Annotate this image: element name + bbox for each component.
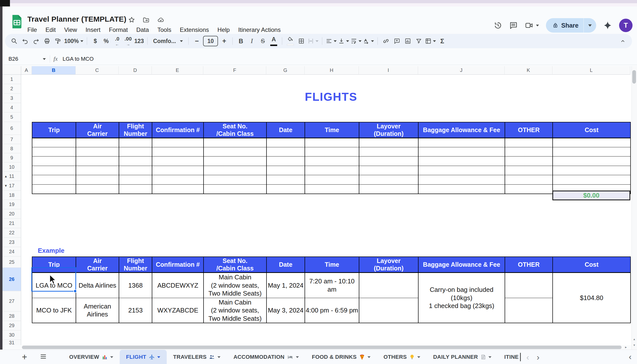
cell[interactable]	[505, 166, 553, 175]
cell[interactable]	[305, 156, 359, 166]
all-sheets-button[interactable]	[40, 353, 47, 361]
cell[interactable]	[204, 147, 266, 156]
document-title[interactable]: Travel Planner (TEMPLATE)	[27, 15, 126, 24]
menu-tools[interactable]: Tools	[157, 26, 171, 33]
column-header-k[interactable]: K	[504, 66, 552, 75]
header-time[interactable]: Time	[305, 122, 359, 138]
cell[interactable]	[418, 138, 505, 147]
row-header-17[interactable]: ▼17	[2, 181, 21, 190]
column-header-d[interactable]: D	[119, 66, 152, 75]
row-header-6[interactable]: 6	[2, 122, 21, 135]
cell[interactable]	[119, 175, 152, 184]
cell-seat-26[interactable]: Main Cabin (2 window seats, Two Middle S…	[204, 273, 266, 298]
cell[interactable]	[266, 175, 305, 184]
scroll-down-stepper[interactable]: ▼	[632, 342, 637, 348]
header-date[interactable]: Date	[266, 257, 305, 273]
text-color-button[interactable]: A	[269, 36, 278, 46]
cell-layover-26[interactable]	[359, 273, 418, 298]
create-filter-icon[interactable]	[414, 36, 424, 46]
row-group-collapse-down-icon[interactable]: ▼	[4, 184, 8, 188]
cell[interactable]	[204, 166, 266, 175]
merge-cells-button[interactable]	[308, 36, 318, 46]
cell[interactable]	[305, 166, 359, 175]
tab-overview[interactable]: OVERVIEW	[63, 350, 120, 364]
formula-input[interactable]: LGA to MCO	[63, 56, 94, 62]
row-header-3[interactable]: 3	[2, 94, 21, 103]
cell[interactable]	[305, 175, 359, 184]
search-icon[interactable]	[10, 36, 19, 46]
menu-data[interactable]: Data	[136, 26, 149, 33]
collapse-toolbar-icon[interactable]	[618, 36, 628, 46]
cell[interactable]	[418, 156, 505, 166]
cell-time-27[interactable]: 4:00 pm - 6:59 pm	[305, 298, 359, 323]
zoom-select[interactable]: 100%	[64, 36, 83, 46]
cell[interactable]	[553, 166, 630, 175]
cell[interactable]	[32, 156, 76, 166]
version-history-icon[interactable]	[494, 21, 502, 30]
menu-file[interactable]: File	[27, 26, 37, 33]
cell[interactable]	[266, 184, 305, 194]
more-formats-button[interactable]: 123	[134, 36, 144, 46]
column-header-e[interactable]: E	[152, 66, 203, 75]
cell[interactable]	[152, 156, 204, 166]
add-sheet-button[interactable]: +	[22, 352, 27, 362]
column-header-i[interactable]: I	[359, 66, 418, 75]
cell[interactable]	[553, 175, 630, 184]
tab-caret-icon[interactable]	[296, 356, 299, 358]
cell[interactable]	[76, 147, 119, 156]
row-header-18[interactable]: 18	[2, 190, 21, 200]
column-header-h[interactable]: H	[304, 66, 359, 75]
header-layover[interactable]: Layover (Duration)	[359, 257, 418, 273]
cell[interactable]	[119, 138, 152, 147]
header-layover[interactable]: Layover (Duration)	[359, 122, 418, 138]
cell[interactable]	[418, 166, 505, 175]
increase-font-size-button[interactable]: +	[220, 36, 229, 46]
sheets-logo-icon[interactable]	[12, 14, 22, 28]
gemini-sparkle-icon[interactable]	[603, 21, 612, 30]
column-header-c[interactable]: C	[76, 66, 119, 75]
horizontal-scrollbar-thumb[interactable]	[22, 346, 622, 349]
row-header-20[interactable]: 20	[2, 209, 21, 219]
cell[interactable]	[76, 175, 119, 184]
cell[interactable]	[32, 138, 76, 147]
cell[interactable]	[505, 138, 553, 147]
row-header-8[interactable]: 8	[2, 144, 21, 153]
cloud-saved-icon[interactable]	[157, 16, 164, 24]
cell-date-26[interactable]: May 1, 2024	[266, 273, 305, 298]
cell-carrier-26[interactable]: Delta Airlines	[76, 273, 119, 298]
cell[interactable]	[266, 147, 305, 156]
cell-other-27[interactable]	[505, 298, 553, 323]
cell[interactable]	[266, 156, 305, 166]
menu-format[interactable]: Format	[109, 26, 128, 33]
menu-itinerary-actions[interactable]: Itinerary Actions	[238, 26, 281, 33]
tabs-scroll-left-icon[interactable]: ‹	[526, 352, 529, 362]
row-header-2[interactable]: 2	[2, 84, 21, 94]
cell[interactable]	[359, 147, 418, 156]
row-header-28[interactable]: 28	[2, 312, 21, 321]
cell[interactable]	[152, 147, 204, 156]
cell[interactable]	[119, 147, 152, 156]
cell[interactable]	[119, 166, 152, 175]
cell-trip-26[interactable]: LGA to MCO	[32, 273, 76, 298]
cell[interactable]	[305, 147, 359, 156]
comments-icon[interactable]	[509, 21, 518, 30]
row-header-27[interactable]: 27	[2, 291, 21, 312]
redo-icon[interactable]	[31, 36, 41, 46]
row-header-4[interactable]: 4	[2, 103, 21, 112]
column-header-j[interactable]: J	[418, 66, 504, 75]
tab-itinerary-clipped[interactable]: ITINE	[498, 350, 520, 364]
column-header-l[interactable]: L	[552, 66, 630, 75]
side-panel-collapse-icon[interactable]: ‹	[629, 352, 632, 362]
row-header-22[interactable]: 22	[2, 228, 21, 238]
header-air-carrier[interactable]: Air Carrier	[76, 257, 119, 273]
cell[interactable]	[505, 156, 553, 166]
tab-caret-icon[interactable]	[368, 356, 370, 358]
fill-handle[interactable]	[74, 289, 77, 293]
font-select[interactable]: Comfo...	[151, 36, 185, 46]
cell[interactable]	[32, 166, 76, 175]
name-box[interactable]: B26	[2, 56, 46, 62]
cell[interactable]	[152, 166, 204, 175]
row-header-31[interactable]: 31	[2, 340, 21, 345]
strikethrough-button[interactable]: S	[258, 36, 268, 46]
header-time[interactable]: Time	[305, 257, 359, 273]
